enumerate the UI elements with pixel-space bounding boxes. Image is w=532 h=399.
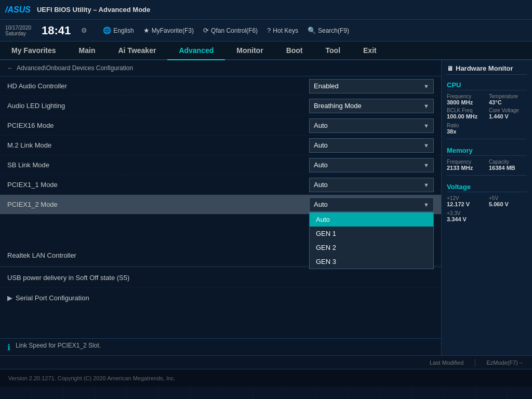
audio-led-label: Audio LED Lighting: [7, 102, 309, 110]
date-line2: Saturday: [5, 31, 31, 36]
mem-freq-label: Frequency 2133 MHz: [447, 159, 485, 171]
nav-myfavorite[interactable]: ★ MyFavorite(F3): [143, 26, 194, 34]
sb-link-label: SB Link Mode: [7, 161, 309, 169]
status-bar: Last Modified | EzMode(F7)→: [0, 355, 532, 369]
hd-audio-selected: Enabled: [314, 82, 339, 90]
option-gen2[interactable]: GEN 2: [310, 241, 433, 255]
option-gen3[interactable]: GEN 3: [310, 255, 433, 269]
m2-link-selected: Auto: [314, 141, 328, 149]
nav-hotkeys[interactable]: ? Hot Keys: [267, 26, 298, 34]
bottom-bar: Version 2.20.1271. Copyright (C) 2020 Am…: [0, 369, 532, 387]
info-icon: ℹ: [7, 342, 10, 352]
search-label: Search(F9): [318, 27, 349, 34]
cpu-ratio-row: Ratio 38x: [447, 123, 527, 135]
m2-link-value: Auto ▼: [309, 138, 434, 153]
back-arrow-icon[interactable]: ←: [7, 64, 14, 72]
star-icon: ★: [143, 26, 150, 34]
version-text: Version 2.20.1271. Copyright (C) 2020 Am…: [8, 375, 176, 381]
hw-monitor-title: 🖥 Hardware Monitor: [447, 64, 527, 75]
row-sb-link: SB Link Mode Auto ▼: [0, 155, 441, 175]
hd-audio-value: Enabled ▼: [309, 79, 434, 94]
option-gen1[interactable]: GEN 1: [310, 227, 433, 241]
audio-led-dropdown[interactable]: Breathing Mode ▼: [309, 99, 434, 113]
hd-audio-label: HD Audio Controller: [7, 82, 309, 90]
serial-port-label: Serial Port Configuration: [16, 294, 89, 302]
help-icon: ?: [267, 26, 271, 34]
pciex16-value: Auto ▼: [309, 118, 434, 133]
row-m2-link: M.2 Link Mode Auto ▼: [0, 136, 441, 155]
tab-my-favorites[interactable]: My Favorites: [0, 42, 68, 59]
mem-capacity-label: Capacity 16384 MB: [489, 159, 527, 171]
cpu-temp-label: Temperature 43°C: [489, 94, 527, 105]
cpu-freq-label: Frequency 3800 MHz: [447, 94, 485, 105]
time-bar: 10/17/2020 Saturday 18:41 ⚙ 🌐 English ★ …: [0, 20, 532, 42]
pciex16-selected: Auto: [314, 122, 328, 129]
ez-mode-button[interactable]: EzMode(F7)→: [486, 360, 524, 366]
hotkeys-label: Hot Keys: [273, 27, 298, 34]
breadcrumb: ← Advanced\Onboard Devices Configuration: [0, 60, 441, 76]
myfavorite-label: MyFavorite(F3): [152, 27, 194, 34]
monitor-icon: 🖥: [447, 65, 453, 72]
pciex1-2-selected: Auto: [314, 201, 328, 208]
tab-advanced[interactable]: Advanced: [167, 42, 225, 60]
top-bar: /ASUS UEFI BIOS Utility – Advanced Mode: [0, 0, 532, 20]
pciex1-1-dropdown[interactable]: Auto ▼: [309, 178, 434, 192]
hw-voltage-grid: +12V 12.172 V +5V 5.060 V: [447, 195, 527, 207]
tab-ai-tweaker[interactable]: Ai Tweaker: [107, 42, 167, 59]
hd-audio-dropdown[interactable]: Enabled ▼: [309, 79, 434, 94]
option-auto[interactable]: Auto: [310, 212, 433, 227]
hw-memory-grid: Frequency 2133 MHz Capacity 16384 MB: [447, 159, 527, 171]
pciex1-2-dropdown[interactable]: Auto ▼: [309, 197, 434, 212]
volt-5v-label: +5V 5.060 V: [489, 195, 527, 207]
last-modified-label: Last Modified: [430, 360, 463, 366]
dropdown-arrow-icon: ▼: [423, 83, 429, 89]
pciex1-1-selected: Auto: [314, 181, 328, 189]
pciex1-2-value: Auto ▼ Auto GEN 1 GEN 2: [309, 197, 434, 212]
hw-memory-title: Memory: [447, 147, 527, 156]
hw-voltage-title: Voltage: [447, 183, 527, 192]
date-line1: 10/17/2020: [5, 25, 31, 31]
pciex1-1-label: PCIEX1_1 Mode: [7, 181, 309, 189]
sb-link-dropdown[interactable]: Auto ▼: [309, 158, 434, 172]
dropdown-arrow-icon: ▼: [423, 182, 429, 188]
time-display: 18:41: [42, 24, 71, 37]
dropdown-arrow-icon: ▼: [423, 142, 429, 149]
tab-exit[interactable]: Exit: [352, 42, 388, 59]
main-panel: ← Advanced\Onboard Devices Configuration…: [0, 60, 441, 355]
audio-led-value: Breathing Mode ▼: [309, 99, 434, 113]
tab-tool[interactable]: Tool: [314, 42, 352, 59]
nav-language[interactable]: 🌐 English: [103, 26, 134, 34]
m2-link-dropdown[interactable]: Auto ▼: [309, 138, 434, 153]
tab-boot[interactable]: Boot: [275, 42, 314, 59]
dropdown-arrow-icon: ▼: [423, 162, 429, 168]
breadcrumb-path: Advanced\Onboard Devices Configuration: [17, 64, 133, 72]
row-pciex16: PCIEX16 Mode Auto ▼: [0, 116, 441, 136]
gear-icon[interactable]: ⚙: [81, 26, 87, 34]
sb-link-selected: Auto: [314, 161, 328, 169]
info-bar: ℹ Link Speed for PCIEX1_2 Slot.: [0, 338, 441, 355]
pciex1-2-menu: Auto GEN 1 GEN 2 GEN 3: [309, 212, 434, 269]
settings-list: HD Audio Controller Enabled ▼ Audio LED …: [0, 76, 441, 288]
nav-search[interactable]: 🔍 Search(F9): [308, 26, 349, 34]
fan-icon: ⟳: [203, 26, 209, 34]
expand-arrow-icon: ▶: [7, 294, 12, 302]
hw-cpu-grid: Frequency 3800 MHz Temperature 43°C BCLK…: [447, 94, 527, 119]
pciex16-dropdown[interactable]: Auto ▼: [309, 118, 434, 133]
top-nav: 🌐 English ★ MyFavorite(F3) ⟳ Qfan Contro…: [103, 26, 349, 34]
cpu-corevolt-label: Core Voltage 1.440 V: [489, 108, 527, 119]
row-usb-power: USB power delivery in Soft Off state (S5…: [0, 268, 441, 288]
row-audio-led: Audio LED Lighting Breathing Mode ▼: [0, 96, 441, 116]
row-pciex1-2: PCIEX1_2 Mode Auto ▼ Auto GEN 1: [0, 195, 441, 215]
nav-qfan[interactable]: ⟳ Qfan Control(F6): [203, 26, 258, 34]
hw-divider-2: [447, 175, 527, 176]
date-block: 10/17/2020 Saturday: [5, 25, 31, 36]
tab-monitor[interactable]: Monitor: [225, 42, 274, 59]
serial-port-row[interactable]: ▶ Serial Port Configuration: [0, 288, 441, 308]
main-nav: My Favorites Main Ai Tweaker Advanced Mo…: [0, 42, 532, 60]
cpu-bclk-label: BCLK Freq 100.00 MHz: [447, 108, 485, 119]
tab-main[interactable]: Main: [68, 42, 107, 59]
row-hd-audio: HD Audio Controller Enabled ▼: [0, 76, 441, 96]
hw-monitor-panel: 🖥 Hardware Monitor CPU Frequency 3800 MH…: [441, 60, 532, 355]
m2-link-label: M.2 Link Mode: [7, 141, 309, 149]
hw-cpu-title: CPU: [447, 81, 527, 90]
